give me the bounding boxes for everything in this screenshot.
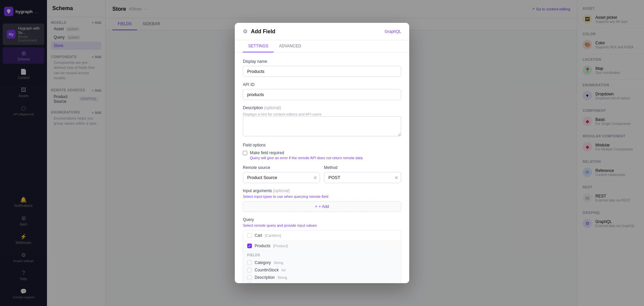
display-name-input[interactable]	[243, 66, 401, 77]
input-arguments-label: Input arguments (optional)	[243, 188, 401, 193]
display-name-label: Display name	[243, 59, 401, 64]
modal-tabs: SETTINGS ADVANCED	[235, 40, 409, 52]
remote-source-clear-button[interactable]: ✕	[313, 175, 317, 180]
input-arguments-group: Input arguments (optional) Select input …	[243, 188, 401, 212]
field-options-label: Field options	[243, 143, 401, 147]
fields-section: FIELDS Category String CountInStock Int	[243, 251, 401, 283]
modal-overlay[interactable]: ⚙ Add Field GraphQL SETTINGS ADVANCED Di…	[0, 0, 644, 306]
add-input-argument-button[interactable]: + + Add	[243, 201, 401, 212]
description-label: Description (optional)	[243, 105, 401, 110]
field-item-countinstock: CountInStock Int	[247, 266, 397, 274]
query-item-products: ✓ Products [Product]	[243, 241, 401, 251]
make-required-checkbox[interactable]	[243, 151, 247, 155]
field-item-id: Id Int	[247, 281, 397, 283]
remote-source-input-wrapper: ✕	[243, 172, 320, 183]
description-group: Description (optional) Displays a hint f…	[243, 105, 401, 137]
field-item-description: Description String	[247, 274, 397, 281]
query-hint: Select remote query and provide input va…	[243, 223, 401, 227]
query-group: Query Select remote query and provide in…	[243, 217, 401, 283]
remote-source-label: Remote source	[243, 165, 320, 170]
make-required-row: Make field required Query will give an e…	[243, 150, 401, 160]
cart-checkbox[interactable]	[247, 233, 252, 238]
make-required-hint: Query will give an error if the remote A…	[250, 156, 363, 160]
remote-source-group: Remote source ✕	[243, 165, 320, 183]
field-item-category: Category String	[247, 259, 397, 266]
description-hint: Displays a hint for content editors and …	[243, 112, 401, 116]
input-arguments-hint: Select input types to use when querying …	[243, 194, 401, 199]
description-optional: (optional)	[264, 105, 281, 110]
fields-label: FIELDS	[247, 253, 397, 257]
remote-source-input[interactable]	[243, 172, 320, 183]
modal-header: ⚙ Add Field GraphQL	[235, 23, 409, 40]
api-id-label: API ID	[243, 82, 401, 87]
modal-tab-advanced[interactable]: ADVANCED	[274, 40, 307, 52]
products-checkbox[interactable]: ✓	[247, 244, 252, 248]
category-checkbox[interactable]	[247, 260, 252, 265]
modal-tab-settings[interactable]: SETTINGS	[243, 40, 274, 52]
add-icon: +	[315, 204, 317, 209]
method-clear-button[interactable]: ✕	[394, 175, 398, 180]
remote-source-method-row: Remote source ✕ Method ✕	[243, 165, 401, 188]
api-id-input[interactable]	[243, 89, 401, 100]
field-options-group: Field options Make field required Query …	[243, 143, 401, 160]
api-id-group: API ID	[243, 82, 401, 100]
modal-graphql-label: GraphQL	[385, 29, 401, 34]
query-label: Query	[243, 217, 401, 222]
display-name-group: Display name	[243, 59, 401, 77]
modal-body: Display name API ID Description (optiona…	[235, 52, 409, 283]
query-item-cart: Cart [CartItem]	[243, 230, 401, 241]
make-required-label[interactable]: Make field required	[250, 150, 284, 155]
modal-title: Add Field	[251, 29, 275, 35]
method-input-wrapper: ✕	[324, 172, 401, 183]
countinstock-checkbox[interactable]	[247, 268, 252, 272]
settings-gear-icon: ⚙	[243, 28, 248, 35]
method-input[interactable]	[324, 172, 401, 183]
add-field-modal: ⚙ Add Field GraphQL SETTINGS ADVANCED Di…	[235, 23, 409, 283]
id-checkbox[interactable]	[247, 282, 252, 283]
description-checkbox[interactable]	[247, 275, 252, 280]
method-label: Method	[324, 165, 401, 170]
query-box: Cart [CartItem] ✓ Products [Product] FIE…	[243, 230, 401, 283]
description-textarea[interactable]	[243, 116, 401, 136]
method-group: Method ✕	[324, 165, 401, 183]
